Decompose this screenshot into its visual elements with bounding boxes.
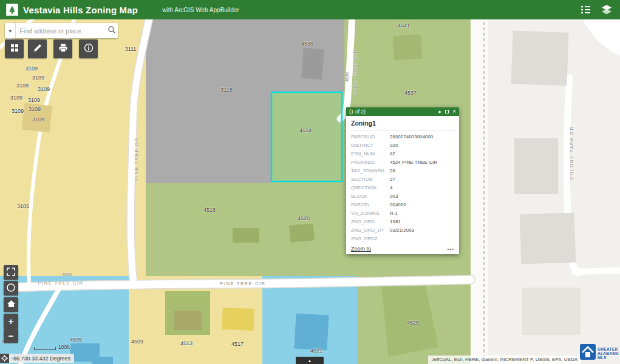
attribute-table-toggle[interactable]: ▲ bbox=[296, 357, 324, 364]
popup-field-row: ZNG_ORD_DT03/21/2003 bbox=[351, 226, 454, 235]
info-button[interactable] bbox=[79, 39, 98, 58]
chevron-up-icon: ▲ bbox=[308, 359, 312, 363]
draw-button[interactable] bbox=[28, 39, 47, 58]
app-header: Vestavia Hills Zoning Map with ArcGIS We… bbox=[0, 0, 620, 19]
scale-text: 100ft bbox=[58, 344, 70, 350]
popup-field-row: PARCEL004000 bbox=[351, 201, 454, 209]
widgets-grid-button[interactable] bbox=[5, 39, 24, 58]
mls-logo: GREATER ALABAMA MLS bbox=[580, 344, 619, 362]
zoom-in-button[interactable]: + bbox=[4, 314, 18, 328]
city-seal-icon bbox=[6, 4, 18, 16]
mls-house-icon bbox=[580, 344, 596, 362]
popup-pager: (1 of 2) bbox=[349, 109, 366, 115]
popup-field-row: TAX_TOWNSH28 bbox=[351, 167, 454, 175]
popup-close-icon[interactable]: × bbox=[452, 109, 456, 115]
minus-icon: − bbox=[9, 331, 14, 340]
popup-field-row: DISTRICT020 bbox=[351, 141, 454, 150]
coordinate-readout: -86.730 33.432 Degrees bbox=[12, 356, 70, 362]
full-extent-button[interactable] bbox=[4, 265, 18, 280]
app-title: Vestavia Hills Zoning Map bbox=[23, 5, 138, 15]
layers-icon[interactable] bbox=[599, 2, 614, 17]
map-attribution: JeffCoAL, Esri, HERE, Garmin, INCREMENT … bbox=[428, 356, 581, 364]
extent-icon bbox=[7, 268, 15, 278]
search-widget: ▾ bbox=[5, 23, 118, 38]
app-subtitle: with ArcGIS Web AppBuilder bbox=[162, 7, 239, 13]
zoom-out-button[interactable]: − bbox=[4, 328, 18, 343]
popup-field-list: PARCELID2800274003004000DISTRICT020ESN_N… bbox=[351, 133, 454, 243]
chevron-down-icon: ▾ bbox=[9, 28, 12, 34]
popup-next-icon[interactable]: ▶ bbox=[439, 110, 442, 113]
search-icon bbox=[107, 25, 116, 36]
crosshair-icon[interactable] bbox=[0, 354, 9, 363]
coordinate-widget: -86.730 33.432 Degrees bbox=[0, 354, 74, 363]
home-button[interactable] bbox=[4, 297, 18, 312]
popup-maximize-icon[interactable] bbox=[445, 110, 449, 113]
mls-text-line2: ALABAMA bbox=[598, 351, 619, 356]
printer-icon bbox=[58, 43, 68, 55]
legend-icon[interactable] bbox=[579, 2, 593, 17]
popup-more-icon[interactable]: ••• bbox=[448, 246, 454, 252]
feature-popup: (1 of 2) ▶ × Zoning1 PARCELID28002740030… bbox=[346, 107, 459, 254]
popup-field-row: QSECTION4 bbox=[351, 184, 454, 192]
popup-title: Zoning1 bbox=[351, 120, 454, 130]
search-source-dropdown[interactable]: ▾ bbox=[5, 23, 16, 38]
popup-body: Zoning1 PARCELID2800274003004000DISTRICT… bbox=[346, 116, 459, 254]
popup-field-row: SECTION27 bbox=[351, 175, 454, 184]
print-button[interactable] bbox=[53, 39, 72, 58]
plus-icon: + bbox=[9, 317, 14, 326]
search-input[interactable] bbox=[16, 23, 105, 38]
search-button[interactable] bbox=[105, 23, 118, 38]
zoom-to-link[interactable]: Zoom to bbox=[351, 246, 371, 252]
locate-button[interactable] bbox=[4, 281, 18, 295]
home-icon bbox=[7, 299, 16, 310]
popup-field-row: VH_ZONINGR-1 bbox=[351, 209, 454, 218]
popup-field-row: PARCELID2800274003004000 bbox=[351, 133, 454, 141]
selected-parcel-highlight[interactable] bbox=[271, 92, 342, 181]
grid-icon bbox=[10, 43, 19, 55]
popup-field-row: ZNG_ORD2 bbox=[351, 235, 454, 243]
info-icon bbox=[84, 43, 94, 55]
popup-header: (1 of 2) ▶ × bbox=[346, 107, 459, 116]
popup-field-row: PROPADD4524 PINE TREE CIR bbox=[351, 158, 454, 167]
scale-bar: 100ft bbox=[34, 344, 70, 350]
popup-field-row: ZNG_ORD1981 bbox=[351, 218, 454, 226]
popup-field-row: BLOCK003 bbox=[351, 192, 454, 201]
circle-icon bbox=[6, 283, 16, 294]
mls-text-line3: MLS bbox=[598, 356, 619, 360]
mls-text-line1: GREATER bbox=[598, 347, 619, 351]
popup-field-row: ESN_NUM62 bbox=[351, 150, 454, 158]
pencil-icon bbox=[33, 43, 43, 55]
scale-line bbox=[34, 347, 56, 350]
